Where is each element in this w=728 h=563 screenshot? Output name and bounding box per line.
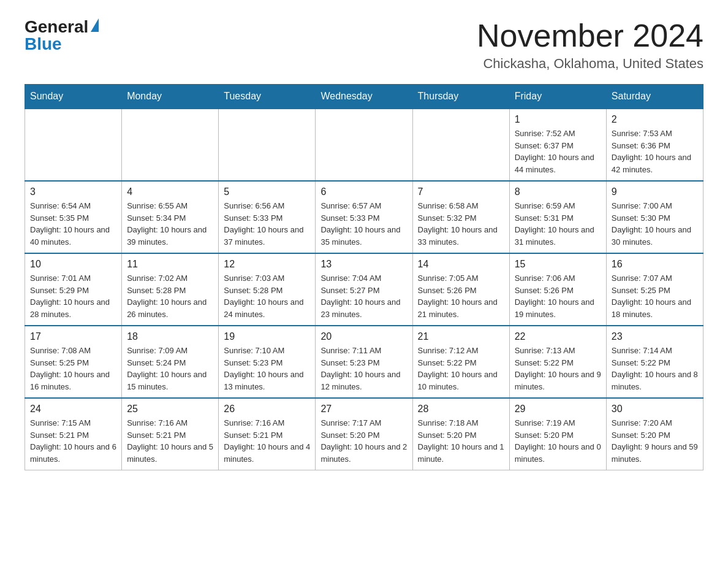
header-thursday: Thursday	[412, 85, 509, 109]
day-info: Sunrise: 7:16 AM Sunset: 5:21 PM Dayligh…	[224, 417, 310, 465]
day-info: Sunrise: 7:08 AM Sunset: 5:25 PM Dayligh…	[30, 345, 116, 393]
day-info: Sunrise: 7:06 AM Sunset: 5:26 PM Dayligh…	[515, 272, 601, 320]
day-number: 20	[320, 331, 407, 342]
day-number: 25	[127, 404, 213, 415]
day-info: Sunrise: 7:12 AM Sunset: 5:22 PM Dayligh…	[418, 345, 504, 393]
subtitle: Chickasha, Oklahoma, United States	[477, 56, 703, 72]
calendar-cell: 20Sunrise: 7:11 AM Sunset: 5:23 PM Dayli…	[316, 326, 412, 398]
day-number: 1	[515, 114, 601, 125]
calendar-cell: 17Sunrise: 7:08 AM Sunset: 5:25 PM Dayli…	[25, 326, 122, 398]
day-number: 22	[515, 331, 601, 342]
day-number: 7	[418, 186, 504, 197]
day-number: 24	[30, 404, 116, 415]
logo-general-text: General	[25, 18, 88, 36]
header-sunday: Sunday	[25, 85, 122, 109]
week-row-2: 10Sunrise: 7:01 AM Sunset: 5:29 PM Dayli…	[25, 253, 703, 326]
day-number: 8	[515, 186, 601, 197]
day-number: 23	[612, 331, 698, 342]
calendar-cell: 25Sunrise: 7:16 AM Sunset: 5:21 PM Dayli…	[122, 398, 219, 470]
day-number: 21	[418, 331, 504, 342]
day-number: 13	[320, 259, 407, 270]
day-info: Sunrise: 7:11 AM Sunset: 5:23 PM Dayligh…	[320, 345, 407, 393]
calendar-cell: 29Sunrise: 7:19 AM Sunset: 5:20 PM Dayli…	[509, 398, 606, 470]
day-number: 29	[515, 404, 601, 415]
day-info: Sunrise: 7:07 AM Sunset: 5:25 PM Dayligh…	[612, 272, 698, 320]
week-row-1: 3Sunrise: 6:54 AM Sunset: 5:35 PM Daylig…	[25, 181, 703, 253]
calendar-cell	[122, 109, 219, 181]
day-number: 19	[224, 331, 310, 342]
week-row-4: 24Sunrise: 7:15 AM Sunset: 5:21 PM Dayli…	[25, 398, 703, 470]
day-number: 3	[30, 186, 116, 197]
day-info: Sunrise: 7:01 AM Sunset: 5:29 PM Dayligh…	[30, 272, 116, 320]
calendar-cell: 8Sunrise: 6:59 AM Sunset: 5:31 PM Daylig…	[509, 181, 606, 253]
day-number: 12	[224, 259, 310, 270]
calendar-cell: 18Sunrise: 7:09 AM Sunset: 5:24 PM Dayli…	[122, 326, 219, 398]
day-number: 28	[418, 404, 504, 415]
day-info: Sunrise: 7:14 AM Sunset: 5:22 PM Dayligh…	[612, 345, 698, 393]
day-info: Sunrise: 7:13 AM Sunset: 5:22 PM Dayligh…	[515, 345, 601, 393]
week-row-0: 1Sunrise: 7:52 AM Sunset: 6:37 PM Daylig…	[25, 109, 703, 181]
day-number: 9	[612, 186, 698, 197]
day-info: Sunrise: 6:57 AM Sunset: 5:33 PM Dayligh…	[320, 200, 407, 248]
calendar-cell: 6Sunrise: 6:57 AM Sunset: 5:33 PM Daylig…	[316, 181, 412, 253]
day-info: Sunrise: 7:05 AM Sunset: 5:26 PM Dayligh…	[418, 272, 504, 320]
day-number: 30	[612, 404, 698, 415]
header: General Blue November 2024 Chickasha, Ok…	[25, 18, 703, 72]
calendar-cell: 15Sunrise: 7:06 AM Sunset: 5:26 PM Dayli…	[509, 253, 606, 326]
calendar-cell	[412, 109, 509, 181]
calendar-cell: 16Sunrise: 7:07 AM Sunset: 5:25 PM Dayli…	[606, 253, 703, 326]
day-info: Sunrise: 7:20 AM Sunset: 5:20 PM Dayligh…	[612, 417, 698, 465]
header-monday: Monday	[122, 85, 219, 109]
day-info: Sunrise: 7:52 AM Sunset: 6:37 PM Dayligh…	[515, 128, 601, 175]
header-friday: Friday	[509, 85, 606, 109]
day-info: Sunrise: 7:16 AM Sunset: 5:21 PM Dayligh…	[127, 417, 213, 465]
calendar-cell: 5Sunrise: 6:56 AM Sunset: 5:33 PM Daylig…	[219, 181, 316, 253]
calendar-cell: 10Sunrise: 7:01 AM Sunset: 5:29 PM Dayli…	[25, 253, 122, 326]
day-number: 17	[30, 331, 116, 342]
day-info: Sunrise: 6:58 AM Sunset: 5:32 PM Dayligh…	[418, 200, 504, 248]
calendar-cell	[316, 109, 412, 181]
calendar-cell: 21Sunrise: 7:12 AM Sunset: 5:22 PM Dayli…	[412, 326, 509, 398]
day-info: Sunrise: 7:09 AM Sunset: 5:24 PM Dayligh…	[127, 345, 213, 393]
day-number: 5	[224, 186, 310, 197]
title-area: November 2024 Chickasha, Oklahoma, Unite…	[477, 18, 703, 72]
logo: General Blue	[25, 18, 99, 53]
calendar-cell	[25, 109, 122, 181]
day-info: Sunrise: 7:00 AM Sunset: 5:30 PM Dayligh…	[612, 200, 698, 248]
calendar-cell: 30Sunrise: 7:20 AM Sunset: 5:20 PM Dayli…	[606, 398, 703, 470]
header-wednesday: Wednesday	[316, 85, 412, 109]
day-info: Sunrise: 6:59 AM Sunset: 5:31 PM Dayligh…	[515, 200, 601, 248]
calendar-cell: 9Sunrise: 7:00 AM Sunset: 5:30 PM Daylig…	[606, 181, 703, 253]
day-info: Sunrise: 6:56 AM Sunset: 5:33 PM Dayligh…	[224, 200, 310, 248]
day-number: 10	[30, 259, 116, 270]
day-info: Sunrise: 7:18 AM Sunset: 5:20 PM Dayligh…	[418, 417, 504, 465]
day-info: Sunrise: 7:10 AM Sunset: 5:23 PM Dayligh…	[224, 345, 310, 393]
calendar-cell: 14Sunrise: 7:05 AM Sunset: 5:26 PM Dayli…	[412, 253, 509, 326]
calendar-cell: 19Sunrise: 7:10 AM Sunset: 5:23 PM Dayli…	[219, 326, 316, 398]
calendar-cell: 22Sunrise: 7:13 AM Sunset: 5:22 PM Dayli…	[509, 326, 606, 398]
calendar-cell: 24Sunrise: 7:15 AM Sunset: 5:21 PM Dayli…	[25, 398, 122, 470]
header-tuesday: Tuesday	[219, 85, 316, 109]
calendar-cell: 13Sunrise: 7:04 AM Sunset: 5:27 PM Dayli…	[316, 253, 412, 326]
calendar-cell: 7Sunrise: 6:58 AM Sunset: 5:32 PM Daylig…	[412, 181, 509, 253]
calendar-cell	[219, 109, 316, 181]
calendar-cell: 4Sunrise: 6:55 AM Sunset: 5:34 PM Daylig…	[122, 181, 219, 253]
day-number: 16	[612, 259, 698, 270]
calendar-cell: 27Sunrise: 7:17 AM Sunset: 5:20 PM Dayli…	[316, 398, 412, 470]
calendar-cell: 2Sunrise: 7:53 AM Sunset: 6:36 PM Daylig…	[606, 109, 703, 181]
calendar-header-row: SundayMondayTuesdayWednesdayThursdayFrid…	[25, 85, 703, 109]
day-number: 18	[127, 331, 213, 342]
calendar-cell: 28Sunrise: 7:18 AM Sunset: 5:20 PM Dayli…	[412, 398, 509, 470]
day-info: Sunrise: 7:53 AM Sunset: 6:36 PM Dayligh…	[612, 128, 698, 175]
page-title: November 2024	[477, 18, 703, 53]
week-row-3: 17Sunrise: 7:08 AM Sunset: 5:25 PM Dayli…	[25, 326, 703, 398]
calendar-cell: 26Sunrise: 7:16 AM Sunset: 5:21 PM Dayli…	[219, 398, 316, 470]
day-number: 6	[320, 186, 407, 197]
calendar-table: SundayMondayTuesdayWednesdayThursdayFrid…	[25, 84, 703, 470]
day-info: Sunrise: 7:04 AM Sunset: 5:27 PM Dayligh…	[320, 272, 407, 320]
day-info: Sunrise: 7:02 AM Sunset: 5:28 PM Dayligh…	[127, 272, 213, 320]
day-number: 27	[320, 404, 407, 415]
day-info: Sunrise: 7:15 AM Sunset: 5:21 PM Dayligh…	[30, 417, 116, 465]
day-info: Sunrise: 7:03 AM Sunset: 5:28 PM Dayligh…	[224, 272, 310, 320]
calendar-cell: 3Sunrise: 6:54 AM Sunset: 5:35 PM Daylig…	[25, 181, 122, 253]
